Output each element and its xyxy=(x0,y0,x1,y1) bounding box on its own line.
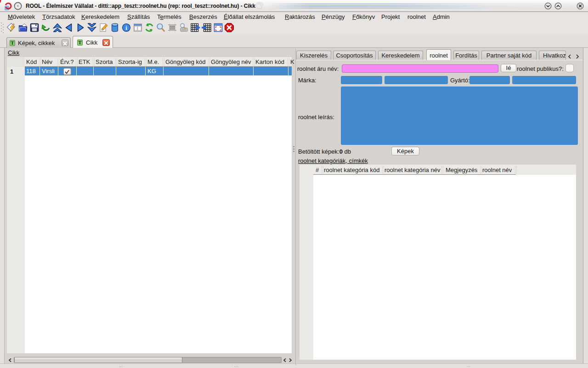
svg-text:i: i xyxy=(125,24,127,31)
